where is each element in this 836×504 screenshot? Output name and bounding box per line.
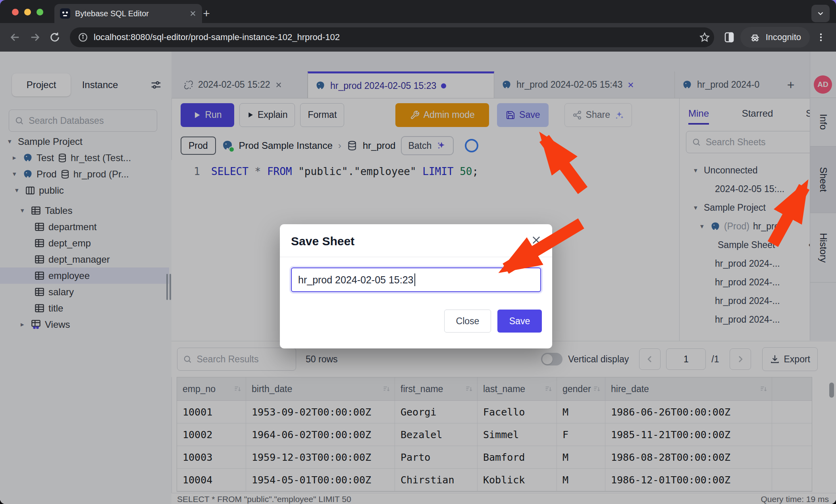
url-text: localhost:8080/sql-editor/prod-sample-in…	[94, 32, 693, 42]
side-panel-button[interactable]	[720, 29, 738, 46]
dialog-divider	[280, 257, 552, 257]
browser-menu-button[interactable]	[812, 29, 830, 46]
bytebase-favicon-icon	[60, 8, 70, 19]
dialog-title: Save Sheet	[291, 235, 354, 248]
dialog-close-button[interactable]: Close	[444, 310, 491, 333]
incognito-badge: Incognito	[740, 27, 810, 48]
close-dialog-icon[interactable]	[531, 235, 542, 246]
site-info-icon[interactable]	[78, 32, 88, 42]
close-tab-icon[interactable]	[189, 10, 196, 17]
browser-tab-strip: Bytebase SQL Editor +	[0, 0, 836, 23]
reload-button[interactable]	[46, 29, 64, 46]
arrow-right-icon	[29, 32, 40, 43]
save-sheet-dialog: Save Sheet hr_prod 2024-02-05 15:23 Clos…	[280, 224, 552, 348]
browser-tab-title: Bytebase SQL Editor	[75, 9, 185, 18]
browser-toolbar: localhost:8080/sql-editor/prod-sample-in…	[0, 23, 836, 52]
reload-icon	[49, 32, 60, 43]
side-panel-icon	[723, 31, 735, 43]
bookmark-star-icon[interactable]	[699, 32, 710, 43]
arrow-left-icon	[10, 32, 21, 43]
minimize-window-button[interactable]	[24, 9, 31, 15]
sheet-name-input[interactable]: hr_prod 2024-02-05 15:23	[291, 267, 541, 292]
address-bar[interactable]: localhost:8080/sql-editor/prod-sample-in…	[70, 27, 714, 47]
forward-button[interactable]	[26, 29, 44, 46]
sheet-name-value: hr_prod 2024-02-05 15:23	[298, 274, 414, 286]
dialog-save-button[interactable]: Save	[497, 310, 542, 333]
window-controls	[12, 9, 43, 15]
incognito-label: Incognito	[766, 32, 801, 42]
browser-tab[interactable]: Bytebase SQL Editor	[54, 4, 202, 23]
zoom-window-button[interactable]	[37, 9, 43, 15]
close-window-button[interactable]	[12, 9, 19, 15]
text-caret	[414, 273, 415, 286]
incognito-icon	[749, 31, 761, 43]
chevron-down-icon	[816, 9, 825, 18]
tab-search-button[interactable]	[811, 5, 830, 22]
new-tab-button[interactable]: +	[198, 6, 214, 21]
browser-window: Bytebase SQL Editor + localhost:8080/sql…	[0, 0, 836, 504]
back-button[interactable]	[6, 29, 24, 46]
kebab-menu-icon	[816, 32, 826, 42]
